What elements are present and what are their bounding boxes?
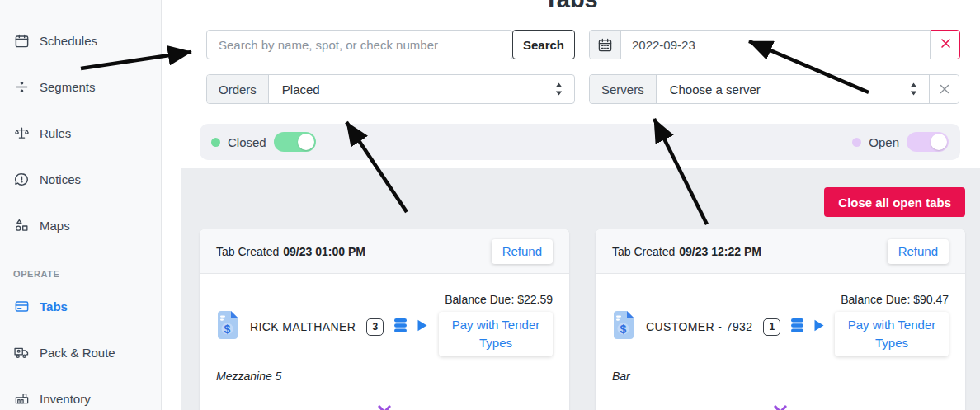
open-label: Open <box>869 135 899 149</box>
tab-spot-name: Mezzanine 5 <box>216 370 553 383</box>
closed-status-dot <box>211 138 220 147</box>
search-input[interactable] <box>206 30 513 59</box>
balance-due: Balance Due: $90.47 <box>841 292 949 307</box>
open-status-dot <box>852 138 861 147</box>
up-down-caret-icon <box>909 75 929 103</box>
tab-customer-name: RICK MALTHANER <box>250 320 356 333</box>
close-all-open-tabs-button[interactable]: Close all open tabs <box>824 187 965 217</box>
servers-selected-value: Choose a server <box>657 75 909 103</box>
calendar-icon <box>13 33 30 49</box>
invoice-icon: $ <box>216 311 239 342</box>
chevron-down-icon <box>378 403 391 410</box>
sidebar-item-maps[interactable]: Maps <box>13 214 70 237</box>
stack-icon[interactable] <box>394 318 407 336</box>
sidebar-item-schedules[interactable]: Schedules <box>13 29 97 52</box>
date-input[interactable] <box>621 31 930 59</box>
closed-toggle-group: Closed <box>211 132 316 152</box>
balance-due: Balance Due: $22.59 <box>445 292 553 307</box>
sidebar-item-inventory[interactable]: Inventory <box>13 387 91 410</box>
open-toggle-group: Open <box>852 132 949 152</box>
sidebar-item-label: Schedules <box>40 34 97 48</box>
refund-button[interactable]: Refund <box>492 239 553 264</box>
sidebar-item-notices[interactable]: Notices <box>13 167 81 191</box>
sidebar-item-rules[interactable]: Rules <box>13 121 71 144</box>
play-icon[interactable] <box>417 319 427 335</box>
orders-select-label: Orders <box>207 75 269 103</box>
svg-text:$: $ <box>224 323 231 336</box>
tab-card: Tab Created 09/23 12:22 PM Refund $ <box>596 229 965 410</box>
sidebar-item-tabs[interactable]: Tabs <box>13 295 68 318</box>
check-count-badge: 3 <box>366 318 384 336</box>
closed-toggle[interactable] <box>274 132 316 152</box>
sidebar-item-label: Maps <box>40 219 70 233</box>
scales-icon <box>13 125 30 141</box>
clear-servers-button[interactable] <box>929 75 959 103</box>
tab-created-time: 09/23 01:00 PM <box>283 245 365 258</box>
refund-button[interactable]: Refund <box>888 239 949 264</box>
sidebar-item-label: Notices <box>40 172 81 186</box>
tab-customer-name: CUSTOMER - 7932 <box>646 320 752 333</box>
sidebar-item-label: Tabs <box>40 299 68 313</box>
tab-created-label: Tab Created <box>612 245 675 258</box>
pay-with-tender-types-button[interactable]: Pay with Tender Types <box>439 312 553 356</box>
date-picker[interactable] <box>589 30 931 59</box>
sidebar-item-pack-route[interactable]: Pack & Route <box>13 341 115 364</box>
tab-card-header: Tab Created 09/23 01:00 PM Refund <box>200 229 569 274</box>
status-toggle-bar: Closed Open <box>200 124 960 160</box>
close-icon <box>940 37 951 52</box>
tab-created-time: 09/23 12:22 PM <box>679 245 761 258</box>
sidebar-item-segments[interactable]: Segments <box>13 75 96 98</box>
open-toggle[interactable] <box>907 132 949 152</box>
search-button[interactable]: Search <box>512 30 575 59</box>
calendar-icon <box>590 31 621 59</box>
page-title: Tabs <box>162 0 980 13</box>
tab-card-body: $ RICK MALTHANER 3 Balance <box>200 274 569 410</box>
closed-label: Closed <box>228 135 266 149</box>
up-down-caret-icon <box>554 75 574 103</box>
pay-with-tender-types-button[interactable]: Pay with Tender Types <box>835 312 949 356</box>
sidebar-item-label: Pack & Route <box>40 346 115 360</box>
tab-card-body: $ CUSTOMER - 7932 1 Balanc <box>596 274 965 410</box>
expand-tab-control[interactable] <box>612 403 949 410</box>
app-window: Schedules Segments Rules <box>0 0 980 410</box>
tab-card-header: Tab Created 09/23 12:22 PM Refund <box>596 229 965 274</box>
tab-card: Tab Created 09/23 01:00 PM Refund $ <box>200 229 569 410</box>
servers-select-label: Servers <box>590 75 657 103</box>
clear-date-button[interactable] <box>931 30 960 59</box>
check-count-badge: 1 <box>763 318 780 336</box>
expand-tab-control[interactable] <box>216 403 553 410</box>
sidebar-item-label: Segments <box>40 80 96 94</box>
card-icon <box>13 299 30 314</box>
sidebar-item-label: Inventory <box>40 392 91 406</box>
notice-bubble-icon <box>13 172 30 187</box>
orders-select[interactable]: Orders Placed <box>206 74 575 104</box>
sidebar-section-operate: OPERATE <box>13 269 60 279</box>
crate-icon <box>13 391 30 407</box>
orders-selected-value: Placed <box>269 75 554 103</box>
sidebar-item-label: Rules <box>40 126 71 140</box>
svg-text:$: $ <box>620 323 627 336</box>
tab-spot-name: Bar <box>612 370 949 383</box>
servers-select[interactable]: Servers Choose a server <box>589 74 959 104</box>
truck-icon <box>13 344 30 361</box>
divide-icon <box>13 79 30 95</box>
shapes-icon <box>13 218 30 233</box>
sidebar: Schedules Segments Rules <box>0 0 162 410</box>
play-icon[interactable] <box>814 319 824 335</box>
tab-created-label: Tab Created <box>216 245 279 258</box>
invoice-icon: $ <box>612 311 635 342</box>
chevron-down-icon <box>774 403 787 410</box>
stack-icon[interactable] <box>791 318 803 336</box>
